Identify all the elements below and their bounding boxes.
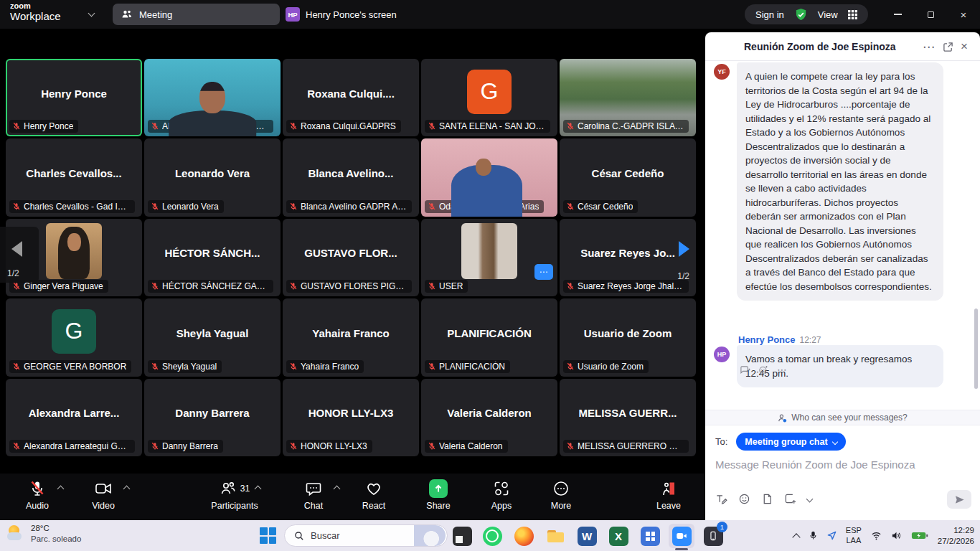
taskbar-app-contrast-app[interactable] — [449, 524, 475, 548]
sign-in-button[interactable]: Sign in — [755, 9, 784, 20]
chat-close-button[interactable]: × — [961, 32, 968, 61]
participant-tile[interactable]: Carolina C.-GADPR ISLA SA... — [560, 59, 696, 136]
leave-icon — [660, 479, 677, 498]
clock[interactable]: 12:29 27/2/2026 — [938, 525, 974, 547]
toolbar-share-button[interactable]: Share — [407, 479, 469, 511]
participant-tile[interactable]: Valeria CalderonValeria Calderon — [421, 379, 557, 456]
taskbar-app-blue-app[interactable] — [637, 524, 663, 548]
recipient-row: To: Meeting group chat — [715, 433, 846, 451]
participant-tile[interactable]: Roxana Culqui....Roxana Culqui.GADPRS — [283, 59, 419, 136]
toolbar-video-button[interactable]: Video — [72, 479, 134, 511]
reply-icon[interactable] — [740, 364, 750, 375]
taskbar-app-file-explorer[interactable] — [542, 524, 568, 548]
participant-tile[interactable]: MELISSA GUERR...MELISSA GUERRERO GADP... — [560, 379, 696, 456]
toolbar-react-button[interactable]: React — [343, 479, 405, 511]
taskbar-app-whatsapp[interactable] — [479, 524, 505, 548]
muted-mic-icon — [289, 442, 298, 451]
tray-mic-icon[interactable] — [809, 531, 818, 540]
participant-tile[interactable]: ANTONIA DE LA CRUZ-GA... — [144, 59, 281, 136]
toolbar-more-button[interactable]: More — [530, 479, 592, 511]
start-button[interactable] — [260, 527, 276, 544]
participant-tile[interactable]: GUSTAVO FLOR...GUSTAVO FLORES PIGUAVE — [283, 219, 419, 296]
tab-meeting[interactable]: Meeting — [113, 4, 280, 25]
toolbar-leave-button[interactable]: Leave — [638, 479, 699, 511]
toolbar-participants-label: Participants — [211, 501, 258, 511]
participant-tile[interactable]: Alexandra Larre...Alexandra Larreategui … — [6, 379, 142, 456]
avatar: HP — [714, 347, 730, 362]
more-icon[interactable]: ⋯ — [777, 364, 787, 375]
location-arrow-icon[interactable] — [827, 531, 837, 540]
participant-tile[interactable]: Henry PonceHenry Ponce — [6, 59, 142, 136]
taskbar-app-excel[interactable]: X — [606, 524, 631, 548]
view-grid-icon[interactable] — [848, 10, 857, 19]
participant-tile[interactable]: Charles Cevallos...Charles Cevallos - Ga… — [6, 138, 142, 216]
toolbar-apps-button[interactable]: Apps — [471, 479, 532, 511]
weather-widget[interactable]: 28°C Parc. soleado — [7, 523, 81, 545]
participant-tile[interactable]: GGEORGE VERA BORBOR — [6, 298, 142, 376]
participant-tile[interactable]: Yahaira FrancoYahaira Franco — [283, 298, 419, 376]
muted-mic-icon — [151, 442, 159, 451]
battery-icon[interactable] — [911, 531, 928, 540]
next-page-button[interactable]: 1/2 — [664, 231, 699, 283]
search-box[interactable]: Buscar — [284, 524, 448, 547]
participant-tile[interactable]: PLANIFICACIÓNPLANIFICACIÓN — [421, 298, 557, 376]
taskbar-app-firefox[interactable] — [511, 524, 537, 548]
tray-chevron-up-icon[interactable] — [792, 533, 800, 541]
participant-tile[interactable]: Danny BarreraDanny Barrera — [144, 379, 281, 456]
chevron-down-icon — [831, 438, 837, 444]
send-button[interactable] — [947, 490, 971, 509]
taskbar-app-word[interactable]: W — [574, 524, 600, 548]
participant-label-text: Roxana Culqui.GADPRS — [301, 121, 396, 131]
toolbar-participants-button[interactable]: 31Participants — [204, 479, 265, 511]
taskbar-app-zoom[interactable] — [669, 524, 694, 548]
participant-tile[interactable]: HÉCTOR SÁNCH...HÉCTOR SÁNCHEZ GAD AT... — [144, 219, 281, 296]
participant-tile[interactable]: Blanca Avelino...Blanca Avelino GADPR AN… — [283, 138, 419, 216]
attach-file-icon[interactable] — [761, 493, 773, 505]
shield-check-icon[interactable] — [794, 8, 808, 22]
toolbar-audio-label: Audio — [26, 501, 49, 511]
participant-tile[interactable]: Sheyla YagualSheyla Yagual — [144, 298, 281, 376]
view-button[interactable]: View — [818, 9, 838, 20]
toolbar-audio-button[interactable]: Audio — [6, 479, 68, 511]
participant-label-text: PLANIFICACIÓN — [439, 362, 505, 372]
participant-tile[interactable]: Usuario de ZoomUsuario de Zoom — [560, 298, 696, 376]
message-input[interactable]: Message Reunión Zoom de Joe Espinoza — [715, 458, 915, 471]
participant-tile[interactable]: Odalis Nicole Alcivar Arias — [421, 138, 557, 216]
compose-toolbar — [715, 493, 812, 505]
volume-icon[interactable] — [891, 530, 902, 541]
wifi-icon[interactable] — [871, 530, 882, 541]
muted-mic-icon — [566, 202, 575, 211]
add-reaction-icon[interactable] — [758, 364, 769, 375]
taskbar-app-phone-link[interactable]: 1 — [700, 524, 726, 548]
chat-more-button[interactable]: ⋯ — [923, 32, 935, 61]
chat-panel: Reunión Zoom de Joe Espinoza ⋯ × YFA qui… — [705, 32, 980, 520]
emoji-icon[interactable] — [738, 493, 750, 505]
participant-tile[interactable]: GSANTA ELENA - SAN JOSÉ ... — [421, 59, 557, 136]
chat-scrollbar[interactable] — [974, 309, 978, 389]
chevron-down-icon[interactable] — [88, 10, 95, 17]
chevron-down-icon[interactable] — [806, 496, 814, 503]
muted-mic-icon — [12, 122, 21, 131]
participant-tile[interactable]: Leonardo VeraLeonardo Vera — [144, 138, 281, 216]
privacy-note[interactable]: Who can see your messages? — [705, 410, 980, 425]
tab-screen-share[interactable]: HP Henry Ponce's screen — [286, 4, 397, 25]
recipient-selector[interactable]: Meeting group chat — [736, 433, 845, 451]
close-button[interactable]: × — [947, 0, 980, 29]
participant-tile[interactable]: HONOR LLY-LX3HONOR LLY-LX3 — [283, 379, 419, 456]
restore-button[interactable] — [914, 0, 947, 29]
chat-popout-icon[interactable] — [943, 32, 953, 61]
tile-more-button[interactable]: ⋯ — [534, 264, 553, 280]
brand-zoom: zoom — [10, 2, 61, 11]
toolbar-chat-button[interactable]: Chat — [283, 479, 344, 511]
message-time: 12:27 — [799, 335, 821, 345]
format-text-icon[interactable] — [715, 493, 727, 505]
participant-tile[interactable]: USER — [421, 219, 557, 296]
participant-tile[interactable]: César CedeñoCésar Cedeño — [560, 138, 696, 216]
minimize-button[interactable] — [881, 0, 914, 29]
participant-label-text: USER — [439, 281, 463, 291]
language-indicator[interactable]: ESP LAA — [846, 526, 862, 546]
previous-page-button[interactable]: 1/2 — [0, 227, 39, 283]
screenshot-icon[interactable] — [784, 493, 796, 505]
send-icon — [954, 494, 965, 505]
participant-label: Sheyla Yagual — [148, 360, 222, 373]
